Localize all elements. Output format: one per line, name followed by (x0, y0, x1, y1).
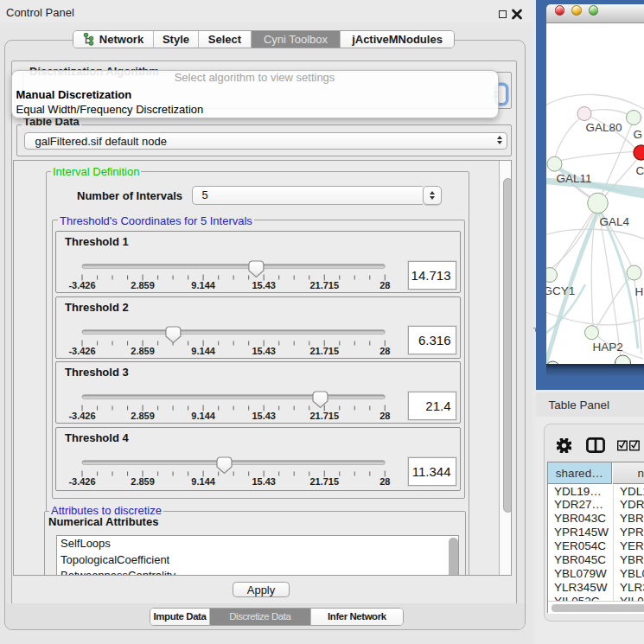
svg-text:HAP2: HAP2 (592, 341, 622, 354)
svg-text:-3.426: -3.426 (68, 345, 95, 355)
svg-text:15.43: 15.43 (252, 411, 276, 421)
svg-text:-3.426: -3.426 (68, 411, 95, 421)
svg-text:GAL80: GAL80 (585, 121, 622, 134)
svg-text:2.859: 2.859 (131, 280, 155, 290)
svg-text:21.715: 21.715 (309, 476, 339, 487)
svg-text:21.715: 21.715 (309, 411, 339, 421)
svg-text:G: G (633, 128, 642, 141)
svg-text:21.715: 21.715 (309, 280, 339, 290)
svg-text:C: C (635, 164, 644, 177)
svg-text:9.144: 9.144 (191, 345, 215, 355)
svg-text:GCY1: GCY1 (546, 284, 575, 297)
svg-text:2.859: 2.859 (131, 476, 155, 487)
svg-text:2.859: 2.859 (131, 345, 155, 355)
svg-text:9.144: 9.144 (191, 280, 215, 290)
svg-text:2.859: 2.859 (131, 411, 155, 421)
svg-text:H: H (634, 285, 643, 298)
svg-text:GAL11: GAL11 (556, 172, 591, 185)
svg-text:-3.426: -3.426 (68, 476, 95, 487)
svg-text:15.43: 15.43 (252, 280, 276, 290)
svg-text:28: 28 (379, 476, 390, 487)
svg-text:-3.426: -3.426 (68, 280, 95, 290)
svg-text:9.144: 9.144 (191, 476, 215, 487)
svg-text:28: 28 (379, 345, 390, 355)
svg-text:15.43: 15.43 (252, 476, 276, 487)
svg-text:21.715: 21.715 (309, 345, 339, 355)
svg-text:28: 28 (379, 411, 390, 421)
svg-text:GAL4: GAL4 (599, 215, 629, 228)
svg-text:9.144: 9.144 (191, 411, 215, 421)
svg-text:28: 28 (379, 280, 390, 290)
svg-text:15.43: 15.43 (252, 345, 276, 355)
